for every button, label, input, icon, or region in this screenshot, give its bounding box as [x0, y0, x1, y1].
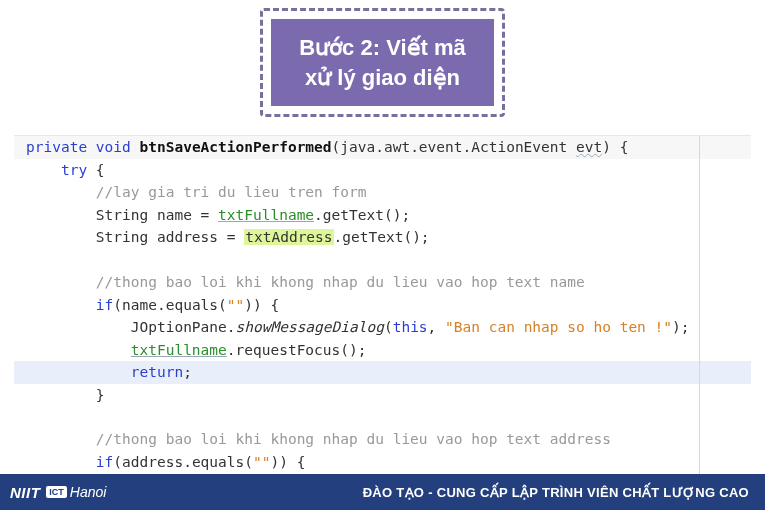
- var-txtFullname: txtFullname: [218, 207, 314, 223]
- comment-2: //thong bao loi khi khong nhap du lieu v…: [96, 274, 585, 290]
- footer-bar: NIIT ICT Hanoi ĐÀO TẠO - CUNG CẤP LẬP TR…: [0, 474, 765, 510]
- comment-1: //lay gia tri du lieu tren form: [96, 184, 367, 200]
- if2-cond-r: )) {: [270, 454, 305, 470]
- step-banner-border: Bước 2: Viết mã xử lý giao diện: [260, 8, 505, 117]
- l1-post: .getText();: [314, 207, 410, 223]
- if1-empty-str: "": [227, 297, 244, 313]
- kw-this-1: this: [393, 319, 428, 335]
- semi-1: ;: [183, 364, 192, 380]
- if1-cond-r: )) {: [244, 297, 279, 313]
- if2-empty-str: "": [253, 454, 270, 470]
- if2-cond-l: (address.equals(: [113, 454, 253, 470]
- banner-line1: Bước 2: Viết mã: [299, 35, 466, 60]
- kw-try: try: [61, 162, 87, 178]
- kw-if-1: if: [96, 297, 113, 313]
- editor-right-margin: [699, 136, 700, 510]
- kw-if-2: if: [96, 454, 113, 470]
- param-type: java.awt.event.ActionEvent: [340, 139, 567, 155]
- l1-pre: String name =: [96, 207, 218, 223]
- step-banner: Bước 2: Viết mã xử lý giao diện: [271, 19, 494, 106]
- comment-3: //thong bao loi khi khong nhap du lieu v…: [96, 431, 611, 447]
- rf1-var: txtFullname: [131, 342, 227, 358]
- kw-void: void: [96, 139, 131, 155]
- l2-post: .getText();: [334, 229, 430, 245]
- footer-logo: NIIT ICT Hanoi: [10, 484, 106, 501]
- code-block: private void btnSaveActionPerformed(java…: [14, 135, 751, 510]
- logo-niit: NIIT: [10, 484, 40, 501]
- jop1-msg: "Ban can nhap so ho ten !": [445, 319, 672, 335]
- kw-return-1: return: [131, 364, 183, 380]
- logo-hanoi: Hanoi: [70, 484, 107, 500]
- dot: .: [227, 319, 236, 335]
- jop1-close: );: [672, 319, 689, 335]
- l2-pre: String address =: [96, 229, 244, 245]
- logo-ict: ICT: [46, 486, 67, 498]
- footer-tagline: ĐÀO TẠO - CUNG CẤP LẬP TRÌNH VIÊN CHẤT L…: [363, 485, 749, 500]
- comma: ,: [428, 319, 445, 335]
- header-area: Bước 2: Viết mã xử lý giao diện: [0, 0, 765, 135]
- kw-private: private: [26, 139, 87, 155]
- if1-cond-l: (name.equals(: [113, 297, 227, 313]
- method-name: btnSaveActionPerformed: [140, 139, 332, 155]
- jop1-class: JOptionPane: [131, 319, 227, 335]
- jop1-method: showMessageDialog: [236, 319, 384, 335]
- var-txtAddress-hl: txtAddress: [244, 229, 333, 245]
- brace-close-1: }: [96, 387, 105, 403]
- banner-line2: xử lý giao diện: [305, 65, 460, 90]
- paren-open: (: [384, 319, 393, 335]
- param-name: evt: [576, 139, 602, 155]
- rf1-post: .requestFocus();: [227, 342, 367, 358]
